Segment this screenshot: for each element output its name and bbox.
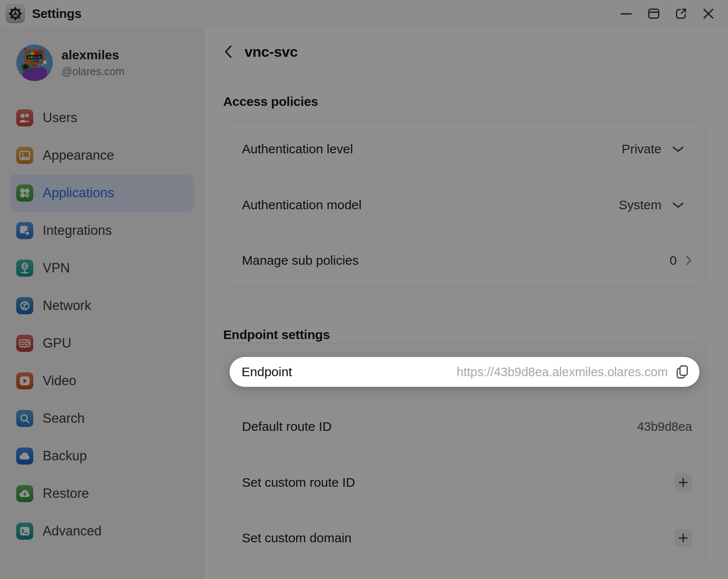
sub-policies-count: 0 — [670, 253, 677, 268]
sidebar-item-label: Search — [43, 411, 84, 426]
minimize-button[interactable] — [618, 5, 635, 22]
settings-app-icon — [6, 4, 25, 23]
close-button[interactable] — [700, 5, 717, 22]
row-label: Default route ID — [240, 419, 332, 434]
network-icon — [16, 297, 33, 314]
sidebar-nav: Users Appearance — [0, 99, 204, 550]
authentication-level-row: Authentication level Private — [240, 121, 692, 177]
window-controls — [618, 0, 717, 27]
popout-icon — [673, 5, 690, 22]
sidebar-item-label: Advanced — [43, 523, 102, 539]
sidebar-item-restore[interactable]: Restore — [10, 475, 194, 512]
default-route-id-row: Default route ID 43b9d8ea — [240, 399, 692, 454]
chevron-down-icon — [672, 201, 684, 209]
svg-text:HELLO: HELLO — [28, 55, 41, 60]
authentication-model-dropdown[interactable]: System — [619, 198, 684, 212]
sidebar-item-appearance[interactable]: Appearance — [10, 137, 194, 174]
sidebar-item-label: Appearance — [43, 148, 114, 163]
sidebar-item-label: Network — [43, 298, 91, 313]
endpoint-url: https://43b9d8ea.alexmiles.olares.com — [457, 365, 668, 379]
row-label: Set custom domain — [240, 531, 352, 545]
chevron-down-icon — [672, 145, 684, 153]
restore-icon — [16, 485, 33, 502]
chevron-right-icon — [685, 255, 692, 266]
appearance-icon — [16, 147, 33, 164]
sidebar-item-applications[interactable]: Applications — [10, 174, 194, 212]
sidebar-item-label: GPU — [43, 336, 71, 351]
username: alexmiles — [61, 48, 125, 63]
backup-icon — [16, 447, 33, 465]
sidebar: HELLO alexmiles @olares.com — [0, 27, 204, 579]
settings-window: Settings — [0, 0, 728, 579]
video-icon — [16, 372, 33, 389]
dropdown-value: System — [619, 198, 661, 212]
set-custom-domain-row: Set custom domain — [240, 510, 692, 565]
sub-policies-link[interactable]: 0 — [670, 253, 692, 268]
plus-icon — [678, 477, 688, 488]
users-icon — [16, 109, 33, 126]
search-icon — [16, 410, 33, 427]
copy-button[interactable] — [675, 363, 690, 380]
maximize-button[interactable] — [645, 5, 662, 22]
sidebar-item-label: Restore — [43, 486, 89, 501]
sidebar-item-label: Users — [43, 110, 77, 126]
section-heading-access-policies: Access policies — [223, 94, 318, 109]
sidebar-item-label: Integrations — [43, 223, 112, 238]
sidebar-item-users[interactable]: Users — [10, 99, 194, 137]
plus-icon — [678, 533, 688, 543]
user-profile[interactable]: HELLO alexmiles @olares.com — [16, 44, 125, 81]
sidebar-item-label: Applications — [43, 185, 114, 201]
sidebar-item-label: VPN — [43, 260, 70, 276]
sidebar-item-vpn[interactable]: VPN — [10, 249, 194, 287]
gear-icon — [8, 6, 23, 21]
profile-text: alexmiles @olares.com — [61, 48, 125, 78]
main-content: vnc-svc Access policies Authentication l… — [205, 27, 728, 579]
authentication-model-row: Authentication model System — [240, 177, 692, 232]
sidebar-item-network[interactable]: Network — [10, 287, 194, 325]
row-label: Authentication level — [240, 142, 353, 156]
window-title: Settings — [32, 0, 82, 27]
integrations-icon — [16, 222, 33, 239]
endpoint-row-highlighted[interactable]: Endpoint https://43b9d8ea.alexmiles.olar… — [230, 357, 699, 387]
chevron-left-icon — [223, 44, 233, 59]
row-label: Set custom route ID — [240, 475, 355, 490]
sidebar-item-video[interactable]: Video — [10, 362, 194, 400]
authentication-level-dropdown[interactable]: Private — [622, 142, 684, 156]
popout-button[interactable] — [673, 5, 690, 22]
default-route-id-value: 43b9d8ea — [637, 420, 692, 434]
add-custom-route-id-button[interactable] — [674, 474, 692, 491]
page-header: vnc-svc — [223, 38, 298, 65]
maximize-icon — [645, 5, 662, 22]
set-custom-route-id-row: Set custom route ID — [240, 454, 692, 510]
sidebar-item-integrations[interactable]: Integrations — [10, 212, 194, 249]
minimize-icon — [618, 5, 635, 22]
title-bar: Settings — [0, 0, 728, 27]
add-custom-domain-button[interactable] — [674, 529, 692, 547]
sidebar-item-label: Backup — [43, 448, 87, 464]
close-icon — [700, 5, 717, 22]
section-heading-endpoint-settings: Endpoint settings — [223, 328, 330, 342]
user-domain: @olares.com — [61, 65, 125, 78]
vpn-icon — [16, 260, 33, 277]
row-label: Authentication model — [240, 198, 361, 212]
sidebar-item-label: Video — [43, 373, 76, 389]
dropdown-value: Private — [622, 142, 661, 156]
applications-icon — [16, 184, 33, 202]
access-policies-card: Authentication level Private Authenticat… — [225, 121, 707, 287]
sidebar-item-advanced[interactable]: Advanced — [10, 512, 194, 550]
copy-icon — [675, 363, 690, 380]
sidebar-item-backup[interactable]: Backup — [10, 437, 194, 475]
manage-sub-policies-row[interactable]: Manage sub policies 0 — [240, 232, 692, 288]
advanced-icon — [16, 523, 33, 540]
sidebar-item-gpu[interactable]: GPU — [10, 325, 194, 362]
back-button[interactable] — [223, 44, 233, 59]
avatar: HELLO — [16, 44, 53, 81]
sidebar-item-search[interactable]: Search — [10, 400, 194, 437]
gpu-icon — [16, 335, 33, 352]
page-title: vnc-svc — [245, 44, 298, 60]
row-label: Manage sub policies — [240, 253, 359, 268]
row-label: Endpoint — [242, 365, 292, 379]
endpoint-settings-card: Endpoint https://43b9d8ea.alexmiles.olar… — [225, 343, 707, 565]
